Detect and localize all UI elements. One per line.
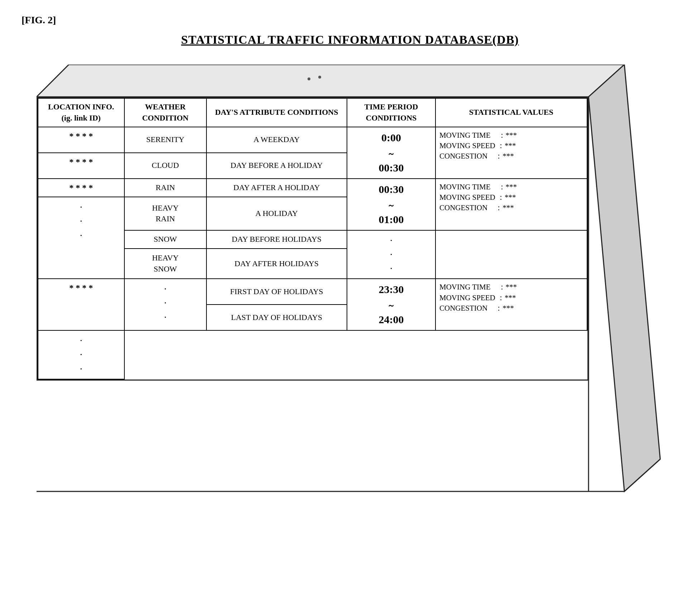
weather-cell-cloud: CLOUD <box>124 153 206 179</box>
days-cell-holiday: A HOLIDAY <box>206 197 347 230</box>
table-row: * * * * RAIN DAY AFTER A HOLIDAY 00:30～0… <box>38 179 587 197</box>
table-row: ··· <box>38 330 587 379</box>
diagram-container: LOCATION INFO. (ig. link ID) WEATHER CON… <box>37 65 664 513</box>
stats-cell-dots <box>435 230 587 279</box>
days-cell-after-holiday: DAY AFTER A HOLIDAY <box>206 179 347 197</box>
page-title: STATISTICAL TRAFFIC INFORMATION DATABASE… <box>22 33 678 47</box>
col-header-weather: WEATHER CONDITION <box>124 98 206 127</box>
weather-cell-serenity: SERENITY <box>124 127 206 153</box>
time-cell-1: 0:00～00:30 <box>347 127 435 179</box>
time-cell-3: 23:30～24:00 <box>347 279 435 330</box>
location-cell-2: * * * * <box>38 153 124 179</box>
location-cell-4: * * * * <box>38 279 124 330</box>
weather-cell-heavy-rain: HEAVYRAIN <box>124 197 206 230</box>
days-cell-first-holiday: FIRST DAY OF HOLIDAYS <box>206 279 347 305</box>
col-header-days: DAY'S ATTRIBUTE CONDITIONS <box>206 98 347 127</box>
weather-cell-rain: RAIN <box>124 179 206 197</box>
days-cell-before-holidays: DAY BEFORE HOLIDAYS <box>206 230 347 249</box>
weather-cell-snow: SNOW <box>124 230 206 249</box>
weather-cell-dots: ··· <box>124 279 206 330</box>
db-table: LOCATION INFO. (ig. link ID) WEATHER CON… <box>38 98 587 380</box>
col-header-time: TIME PERIOD CONDITIONS <box>347 98 435 127</box>
location-cell-dots2: ··· <box>38 330 124 379</box>
col-header-location: LOCATION INFO. (ig. link ID) <box>38 98 124 127</box>
stats-cell-3: MOVING TIME ：*** MOVING SPEED ：*** CONGE… <box>435 279 587 330</box>
front-face: LOCATION INFO. (ig. link ID) WEATHER CON… <box>37 97 589 381</box>
location-cell-3: * * * * <box>38 179 124 197</box>
weather-cell-heavy-snow: HEAVYSNOW <box>124 249 206 279</box>
days-cell-before-holiday: DAY BEFORE A HOLIDAY <box>206 153 347 179</box>
stats-cell-1: MOVING TIME ：*** MOVING SPEED ：*** CONGE… <box>435 127 587 179</box>
table-row: * * * * ··· FIRST DAY OF HOLIDAYS 23:30～… <box>38 279 587 305</box>
days-cell-weekday: A WEEKDAY <box>206 127 347 153</box>
days-cell-last-holiday: LAST DAY OF HOLIDAYS <box>206 305 347 330</box>
location-cell-dots: ··· <box>38 197 124 279</box>
table-row: * * * * SERENITY A WEEKDAY 0:00～00:30 MO… <box>38 127 587 153</box>
stats-cell-2: MOVING TIME ：*** MOVING SPEED ：*** CONGE… <box>435 179 587 230</box>
location-cell-1: * * * * <box>38 127 124 153</box>
header-row: LOCATION INFO. (ig. link ID) WEATHER CON… <box>38 98 587 127</box>
days-cell-after-holidays: DAY AFTER HOLIDAYS <box>206 249 347 279</box>
time-cell-2: 00:30～01:00 <box>347 179 435 230</box>
empty-fill <box>124 330 587 379</box>
time-cell-dots: ··· <box>347 230 435 279</box>
col-header-stats: STATISTICAL VALUES <box>435 98 587 127</box>
fig-label: [FIG. 2] <box>22 14 678 26</box>
